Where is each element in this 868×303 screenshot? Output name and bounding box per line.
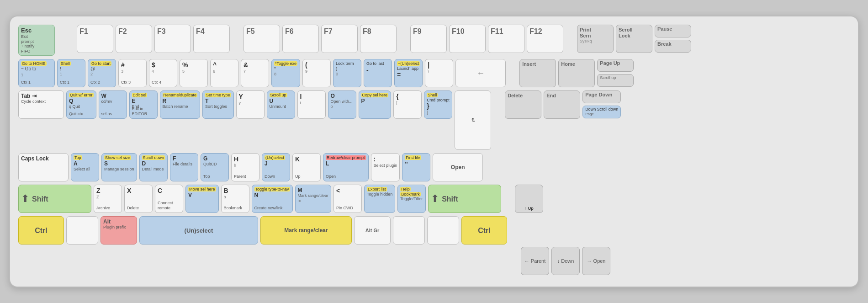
key-home[interactable]: Home: [558, 59, 595, 87]
key-f6[interactable]: F6: [282, 25, 319, 53]
key-comma[interactable]: < Pin CWD: [333, 185, 362, 213]
key-period[interactable]: Export list Toggle hidden: [364, 185, 395, 213]
key-d[interactable]: Scroll down D Detail mode: [139, 153, 168, 181]
key-r[interactable]: Rename/duplicate R Batch rename: [160, 90, 201, 119]
key-meta-left[interactable]: [66, 216, 98, 245]
key-delete[interactable]: Delete: [505, 90, 541, 119]
key-8[interactable]: *Toggle exe * 8: [271, 59, 300, 87]
key-f5[interactable]: F5: [243, 25, 280, 53]
key-a[interactable]: Top A Select all: [71, 153, 99, 181]
key-j[interactable]: (Un)select J Down: [262, 153, 290, 181]
key-page-up[interactable]: Page Up: [597, 59, 634, 72]
key-open[interactable]: Open: [433, 153, 483, 181]
key-break[interactable]: Break: [655, 40, 691, 53]
key-ctrl-left[interactable]: Ctrl: [18, 216, 64, 245]
key-page-down[interactable]: Page Down: [582, 90, 621, 103]
key-alt[interactable]: Alt Plugin prefix: [101, 216, 137, 245]
key-l[interactable]: Redraw/clear prompt L Open: [323, 153, 369, 181]
key-s[interactable]: Show sel size S Manage session: [101, 153, 137, 181]
key-ctrl-right[interactable]: Ctrl: [461, 216, 507, 245]
keyboard-layout: Esc Exit prompt + notify FIFO F1 F2 F3 F…: [9, 16, 859, 287]
key-equals[interactable]: +(Un)select Launch app =: [394, 59, 423, 87]
key-u[interactable]: Scroll up U Unmount: [267, 90, 295, 119]
key-y[interactable]: Y y: [236, 90, 265, 119]
key-f12[interactable]: F12: [527, 25, 563, 53]
key-meta-right[interactable]: [393, 216, 425, 245]
key-m[interactable]: M Mark range/clear m: [295, 185, 332, 213]
key-v[interactable]: Move sel here V: [185, 185, 219, 213]
number-row: Go to HOME ~ Go to 1 Ctx 1 Shell ! 1 Ctx…: [18, 59, 850, 87]
key-f7[interactable]: F7: [321, 25, 358, 53]
key-space-mark[interactable]: Mark range/clear: [260, 216, 352, 245]
qwerty-row: Tab ⇥ Cycle context Quit w/ error Q q Qu…: [18, 90, 850, 150]
key-c[interactable]: C Connect remote: [155, 185, 183, 213]
key-2[interactable]: Go to start @ 2 Ctx 2: [88, 59, 116, 87]
key-b[interactable]: B b Bookmark: [221, 185, 249, 213]
key-f1[interactable]: F1: [77, 25, 113, 53]
key-0[interactable]: Lock term ) 0: [333, 59, 361, 87]
key-scroll-down[interactable]: Down Scroll down Page: [582, 106, 621, 118]
key-end[interactable]: End: [544, 90, 580, 119]
key-t[interactable]: Set time type T Sort toggles: [202, 90, 234, 119]
key-arrow-down[interactable]: ↓ Down: [551, 247, 580, 275]
key-minus[interactable]: Go to last -: [364, 59, 392, 87]
key-7[interactable]: & 7: [241, 59, 269, 87]
key-1[interactable]: Shell ! 1 Ctx 1: [57, 59, 85, 87]
key-g[interactable]: G QuitCD Top: [201, 153, 229, 181]
key-quote[interactable]: First file ": [402, 153, 430, 181]
key-q[interactable]: Quit w/ error Q q Quit Quit ctx: [66, 90, 96, 119]
key-menu[interactable]: [427, 216, 459, 245]
key-lbracket[interactable]: { [: [393, 90, 422, 119]
key-shift-right[interactable]: ⬆ Shift: [428, 185, 501, 213]
key-arrow-up[interactable]: ↑ Up: [515, 185, 543, 213]
key-backspace[interactable]: ←: [455, 59, 506, 87]
key-print-scrn[interactable]: Print Scrn SysRq: [577, 25, 614, 53]
key-f4[interactable]: F4: [193, 25, 230, 53]
key-space-unselect[interactable]: (Un)select: [139, 216, 258, 245]
key-tilde[interactable]: Go to HOME ~ Go to 1 Ctx 1: [18, 59, 55, 87]
key-scroll-up[interactable]: Scroll up: [597, 74, 634, 87]
key-k[interactable]: K Up: [292, 153, 321, 181]
key-insert[interactable]: Insert: [519, 59, 556, 87]
key-z[interactable]: Z Z Archive: [94, 185, 122, 213]
key-scroll-lock[interactable]: Scroll Lock: [616, 25, 652, 53]
key-n[interactable]: Toggle type-to-nav N Create new/link: [252, 185, 293, 213]
shift-row: ⬆ Shift Z Z Archive X Delete C Connect r…: [18, 185, 850, 213]
key-enter[interactable]: ↵: [455, 90, 491, 150]
key-w[interactable]: W cd/mv sel as: [99, 90, 127, 119]
key-i[interactable]: I i: [297, 90, 326, 119]
bottom-row: Ctrl Alt Plugin prefix (Un)select Mark r…: [18, 216, 850, 275]
key-arrow-left[interactable]: ← Parent: [521, 247, 549, 275]
key-3[interactable]: # 3 Ctx 3: [118, 59, 147, 87]
key-arrow-right[interactable]: → Open: [582, 247, 610, 275]
key-4[interactable]: $ 4 Ctx 4: [149, 59, 177, 87]
key-f10[interactable]: F10: [449, 25, 486, 53]
key-rbracket[interactable]: Shell Cmd prompt } ]: [424, 90, 452, 119]
key-5[interactable]: % 5: [180, 59, 208, 87]
asdf-row: Caps Lock Top A Select all Show sel size…: [18, 153, 850, 181]
key-semicolon[interactable]: : Select plugin: [371, 153, 400, 181]
key-f3[interactable]: F3: [154, 25, 191, 53]
key-f[interactable]: F File details: [170, 153, 198, 181]
key-p[interactable]: Copy sel here P: [359, 90, 392, 119]
key-f9[interactable]: F9: [410, 25, 447, 53]
key-esc[interactable]: Esc Exit prompt + notify FIFO: [18, 25, 55, 56]
key-e[interactable]: Edit sel E End Edit in EDITOR: [129, 90, 158, 119]
key-f8[interactable]: F8: [360, 25, 397, 53]
fn-row: Esc Exit prompt + notify FIFO F1 F2 F3 F…: [18, 25, 850, 56]
key-o[interactable]: O Open with... o: [328, 90, 356, 119]
key-9[interactable]: ( 9: [302, 59, 331, 87]
key-h[interactable]: H h Parent: [231, 153, 259, 181]
key-6[interactable]: ^ 6: [210, 59, 238, 87]
key-x[interactable]: X Delete: [124, 185, 153, 213]
key-f11[interactable]: F11: [488, 25, 524, 53]
key-f2[interactable]: F2: [116, 25, 152, 53]
key-altgr[interactable]: Alt Gr: [354, 216, 391, 245]
key-caps-lock[interactable]: Caps Lock: [18, 153, 69, 181]
key-slash[interactable]: Help Bookmark Toggle/Filter: [397, 185, 426, 213]
key-pause[interactable]: Pause: [655, 25, 691, 37]
key-shift-left[interactable]: ⬆ Shift: [18, 185, 91, 213]
key-tab[interactable]: Tab ⇥ Cycle context: [18, 90, 64, 119]
key-backslash[interactable]: | \: [425, 59, 453, 87]
